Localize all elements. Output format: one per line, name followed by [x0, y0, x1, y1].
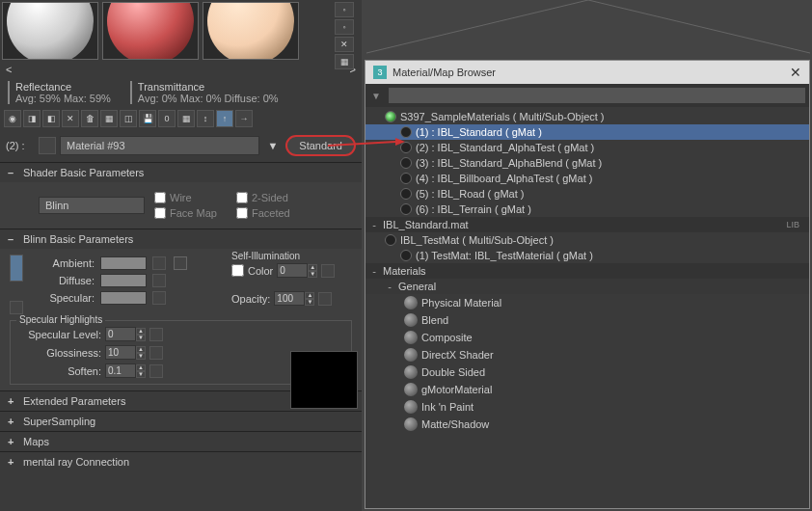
sample-item[interactable]: (6) : IBL_Terrain ( gMat ): [365, 202, 809, 217]
opacity-map-button[interactable]: [318, 292, 332, 306]
sample-item[interactable]: (4) : IBL_Billboard_AlphaTest ( gMat ): [365, 171, 809, 186]
specular-color-swatch[interactable]: [100, 291, 147, 305]
lib-sub-item[interactable]: (1) TestMat: IBL_TestMaterial ( gMat ): [365, 248, 809, 263]
show-map-icon[interactable]: ▦: [177, 110, 195, 127]
spin-up-icon[interactable]: ▲: [136, 328, 146, 335]
general-material-item[interactable]: gMotorMaterial: [365, 381, 809, 398]
materials-header[interactable]: - Materials: [365, 263, 809, 279]
rollout-header[interactable]: +SuperSampling: [0, 412, 362, 431]
spin-up-icon[interactable]: ▲: [136, 364, 146, 371]
material-slot-2[interactable]: [102, 2, 199, 60]
ambient-color-swatch[interactable]: [100, 256, 147, 270]
expand-icon: +: [8, 456, 17, 468]
spec-map-button[interactable]: [149, 346, 163, 360]
spin-down-icon[interactable]: ▼: [305, 299, 314, 306]
slot-index-label: (2) :: [6, 140, 35, 151]
delete-icon[interactable]: 🗑: [81, 110, 98, 127]
spin-down-icon[interactable]: ▼: [308, 271, 317, 278]
close-icon[interactable]: ✕: [790, 65, 801, 80]
spec-map-button[interactable]: [149, 364, 163, 378]
shader-type-select[interactable]: Blinn: [39, 197, 145, 214]
go-parent-icon[interactable]: ↑: [216, 110, 233, 127]
diffuse-map-button[interactable]: [152, 274, 166, 287]
general-header[interactable]: - General: [365, 279, 809, 294]
reset-icon[interactable]: ✕: [62, 110, 79, 127]
side-tool-2[interactable]: ◦: [335, 19, 354, 35]
material-sphere-icon: [404, 417, 418, 431]
general-material-item[interactable]: Physical Material: [365, 294, 809, 311]
material-slots: [0, 0, 362, 62]
material-name-field[interactable]: Material #93: [60, 136, 259, 155]
self-illum-value[interactable]: [277, 263, 308, 278]
sample-item[interactable]: (2) : IBL_Standard_AlphaTest ( gMat ): [365, 140, 809, 155]
spin-down-icon[interactable]: ▼: [136, 335, 146, 341]
general-material-item[interactable]: Ink 'n Paint: [365, 398, 809, 416]
sample-item[interactable]: (1) : IBL_Standard ( gMat ): [365, 124, 809, 140]
lib-item[interactable]: IBL_TestMat ( Multi/Sub-Object ): [365, 232, 809, 248]
spec-map-button[interactable]: [149, 328, 163, 341]
copy-icon[interactable]: ▦: [100, 110, 118, 127]
general-material-item[interactable]: Double Sided: [365, 363, 809, 381]
spin-up-icon[interactable]: ▲: [308, 264, 317, 271]
specular-map-button[interactable]: [152, 291, 166, 305]
material-icon: [385, 234, 396, 246]
general-material-item[interactable]: Composite: [365, 329, 809, 346]
spin-down-icon[interactable]: ▼: [136, 371, 146, 378]
prev-slot-icon[interactable]: <: [6, 64, 12, 75]
sample-item[interactable]: (3) : IBL_Standard_AlphaBlend ( gMat ): [365, 155, 809, 171]
faceted-checkbox[interactable]: Faceted: [236, 207, 290, 219]
rollout-header[interactable]: – Blinn Basic Parameters: [0, 229, 362, 249]
browser-tree: S397_SampleMaterials ( Multi/Sub-Object …: [365, 107, 809, 435]
browser-titlebar[interactable]: 3 Material/Map Browser ✕: [365, 61, 809, 84]
dropdown-icon[interactable]: ▼: [263, 140, 282, 151]
lock-icon[interactable]: [174, 256, 187, 270]
search-input[interactable]: [388, 87, 806, 104]
wire-checkbox[interactable]: Wire: [154, 192, 217, 203]
eyedropper-icon[interactable]: [39, 137, 56, 154]
search-dropdown-icon[interactable]: ▼: [368, 91, 384, 101]
spin-down-icon[interactable]: ▼: [136, 353, 146, 360]
get-material-icon[interactable]: ◉: [4, 110, 21, 127]
reflectance-stats: Reflectance Avg: 59% Max: 59%: [8, 81, 111, 104]
link-diffuse-specular-icon[interactable]: [10, 301, 23, 314]
rollout-header[interactable]: – Shader Basic Parameters: [0, 163, 362, 182]
material-slot-3[interactable]: [203, 2, 299, 60]
put-to-scene-icon[interactable]: ◨: [23, 110, 41, 127]
material-id-icon[interactable]: 0: [158, 110, 176, 127]
sample-item[interactable]: (5) : IBL_Road ( gMat ): [365, 186, 809, 202]
expand-icon: +: [8, 395, 17, 407]
self-illum-color-checkbox[interactable]: [231, 264, 244, 277]
app-icon: 3: [373, 66, 387, 79]
link-ambient-diffuse-icon[interactable]: [10, 255, 23, 282]
spec-value-input[interactable]: [105, 327, 136, 341]
general-material-item[interactable]: DirectX Shader: [365, 346, 809, 363]
specular-preview: [290, 351, 358, 409]
side-tool-4[interactable]: ▦: [335, 54, 354, 69]
general-material-item[interactable]: Blend: [365, 311, 809, 329]
spec-value-input[interactable]: [105, 345, 136, 360]
self-illum-map-button[interactable]: [321, 264, 335, 278]
spin-up-icon[interactable]: ▲: [305, 292, 314, 299]
facemap-checkbox[interactable]: Face Map: [154, 207, 217, 219]
general-material-item[interactable]: Matte/Shadow: [365, 416, 809, 433]
make-unique-icon[interactable]: ◫: [120, 110, 137, 127]
opacity-value[interactable]: [274, 291, 305, 306]
rollout-header[interactable]: +Maps: [0, 432, 362, 451]
ambient-map-button[interactable]: [152, 256, 166, 270]
lib-header[interactable]: - IBL_Standard.mat LIB: [365, 217, 809, 232]
sample-materials-header[interactable]: S397_SampleMaterials ( Multi/Sub-Object …: [365, 109, 809, 124]
diffuse-color-swatch[interactable]: [100, 274, 147, 287]
two-sided-checkbox[interactable]: 2-Sided: [236, 192, 290, 203]
material-sphere-icon: [404, 296, 418, 309]
go-forward-icon[interactable]: →: [235, 110, 253, 127]
ambient-label: Ambient:: [37, 257, 95, 269]
side-tool-3[interactable]: ✕: [335, 37, 354, 52]
spec-value-input[interactable]: [105, 363, 136, 378]
assign-icon[interactable]: ◧: [42, 110, 60, 127]
spin-up-icon[interactable]: ▲: [136, 346, 146, 353]
put-to-library-icon[interactable]: 💾: [139, 110, 156, 127]
material-slot-1[interactable]: [2, 2, 98, 60]
rollout-header[interactable]: +mental ray Connection: [0, 452, 362, 471]
side-tool-1[interactable]: ◦: [335, 2, 354, 17]
show-end-result-icon[interactable]: ↕: [197, 110, 214, 127]
